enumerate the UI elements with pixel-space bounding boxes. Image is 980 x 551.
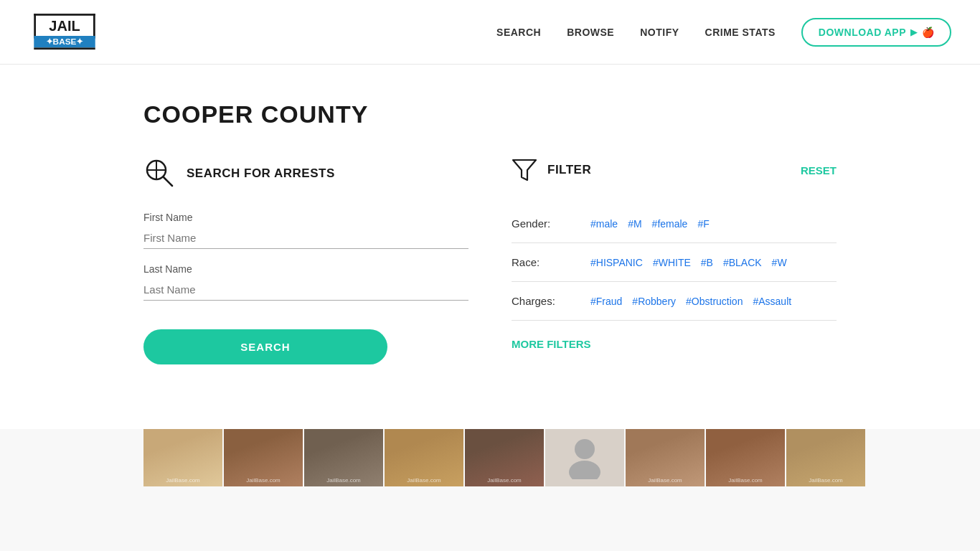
photo-thumb-6[interactable] <box>545 429 624 486</box>
apple-icon: 🍎 <box>922 27 935 38</box>
charge-tag-fraud[interactable]: #Fraud <box>590 296 622 307</box>
photo-thumb-8[interactable]: JailBase.com <box>706 429 785 486</box>
search-section-header: SEARCH FOR ARRESTS <box>143 157 468 190</box>
filter-icon <box>512 157 537 183</box>
gender-label: Gender: <box>512 217 576 230</box>
filter-header: FILTER RESET <box>512 157 837 183</box>
nav-search[interactable]: SEARCH <box>496 27 541 38</box>
charges-filter-row: Charges: #Fraud #Robbery #Obstruction #A… <box>512 282 837 321</box>
photo-thumb-7[interactable]: JailBase.com <box>626 429 705 486</box>
gender-tag-m[interactable]: #M <box>628 218 641 230</box>
charges-tags: #Fraud #Robbery #Obstruction #Assault <box>590 296 791 307</box>
photo-thumb-5[interactable]: JailBase.com <box>465 429 544 486</box>
svg-text:✦BASE✦: ✦BASE✦ <box>46 36 84 46</box>
search-filter-row: SEARCH FOR ARRESTS First Name Last Name … <box>143 157 837 364</box>
nav-browse[interactable]: BROWSE <box>567 27 614 38</box>
charges-label: Charges: <box>512 295 576 307</box>
photo-thumb-9[interactable]: JailBase.com <box>786 429 865 486</box>
logo-container: JAIL ✦BASE✦ <box>29 11 100 54</box>
nav-crime-stats[interactable]: CRIME STATS <box>705 27 776 38</box>
site-header: JAIL ✦BASE✦ SEARCH BROWSE NOTIFY CRIME S… <box>0 0 980 65</box>
photo-thumb-4[interactable]: JailBase.com <box>385 429 463 486</box>
first-name-input[interactable] <box>143 227 468 249</box>
first-name-field: First Name <box>143 212 468 249</box>
photo-watermark-9: JailBase.com <box>809 477 843 484</box>
nav-notify[interactable]: NOTIFY <box>640 27 679 38</box>
photo-watermark-8: JailBase.com <box>728 477 763 484</box>
gender-tags: #male #M #female #F <box>590 218 710 230</box>
silhouette-icon <box>567 436 603 479</box>
search-section: SEARCH FOR ARRESTS First Name Last Name … <box>143 157 468 364</box>
svg-rect-1 <box>34 14 36 39</box>
photo-strip: JailBase.com JailBase.com JailBase.com J… <box>0 429 980 486</box>
svg-rect-6 <box>34 47 95 50</box>
page-title: COOPER COUNTY <box>143 100 837 128</box>
svg-point-12 <box>575 439 595 459</box>
svg-point-13 <box>569 461 600 479</box>
gender-tag-f[interactable]: #F <box>697 218 709 230</box>
svg-rect-0 <box>34 14 95 16</box>
photo-thumb-3[interactable]: JailBase.com <box>304 429 383 486</box>
photo-watermark-7: JailBase.com <box>648 477 682 484</box>
photo-watermark-5: JailBase.com <box>487 477 522 484</box>
photo-watermark-3: JailBase.com <box>326 477 361 484</box>
last-name-label: Last Name <box>143 263 468 275</box>
last-name-input[interactable] <box>143 279 468 301</box>
search-button[interactable]: SEARCH <box>143 329 387 364</box>
play-icon: ▶ <box>910 27 918 37</box>
svg-text:JAIL: JAIL <box>49 17 80 33</box>
gender-filter-row: Gender: #male #M #female #F <box>512 204 837 243</box>
race-tag-b[interactable]: #B <box>701 257 713 268</box>
download-app-button[interactable]: DOWNLOAD APP ▶ 🍎 <box>801 18 951 47</box>
gender-tag-female[interactable]: #female <box>652 218 688 230</box>
photo-watermark-4: JailBase.com <box>407 477 441 484</box>
svg-rect-2 <box>93 14 95 39</box>
filter-title-group: FILTER <box>512 157 591 183</box>
download-app-label: DOWNLOAD APP <box>819 27 906 38</box>
filter-section: FILTER RESET Gender: #male #M #female #F… <box>512 157 837 364</box>
race-filter-row: Race: #HISPANIC #WHITE #B #BLACK #W <box>512 243 837 282</box>
svg-line-10 <box>164 177 172 186</box>
gender-tag-male[interactable]: #male <box>590 218 618 230</box>
photo-watermark-2: JailBase.com <box>246 477 281 484</box>
race-tag-white[interactable]: #WHITE <box>653 257 691 268</box>
jailbase-logo: JAIL ✦BASE✦ <box>29 11 100 54</box>
photo-thumb-2[interactable]: JailBase.com <box>224 429 303 486</box>
search-magnifier-icon <box>143 157 176 190</box>
photo-thumb-1[interactable]: JailBase.com <box>143 429 222 486</box>
main-content: COOPER COUNTY SEARCH FOR ARRES <box>0 65 980 429</box>
charge-tag-robbery[interactable]: #Robbery <box>632 296 676 307</box>
main-nav: SEARCH BROWSE NOTIFY CRIME STATS DOWNLOA… <box>496 18 951 47</box>
race-tag-black[interactable]: #BLACK <box>723 257 762 268</box>
first-name-label: First Name <box>143 212 468 223</box>
photo-watermark-1: JailBase.com <box>166 477 200 484</box>
more-filters-button[interactable]: MORE FILTERS <box>512 338 591 350</box>
race-label: Race: <box>512 256 576 268</box>
race-tag-hispanic[interactable]: #HISPANIC <box>590 257 643 268</box>
charge-tag-obstruction[interactable]: #Obstruction <box>686 296 743 307</box>
charge-tag-assault[interactable]: #Assault <box>753 296 791 307</box>
svg-marker-11 <box>513 160 536 180</box>
search-section-title: SEARCH FOR ARRESTS <box>187 166 335 181</box>
race-tags: #HISPANIC #WHITE #B #BLACK #W <box>590 257 787 268</box>
last-name-field: Last Name <box>143 263 468 301</box>
race-tag-w[interactable]: #W <box>772 257 787 268</box>
filter-section-title: FILTER <box>547 163 591 177</box>
reset-button[interactable]: RESET <box>801 164 837 176</box>
